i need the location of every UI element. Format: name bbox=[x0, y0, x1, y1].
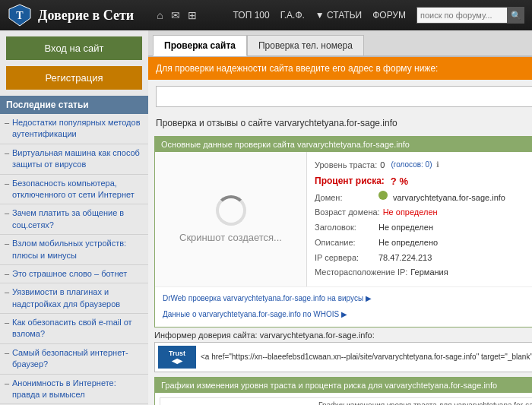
url-input-field[interactable] bbox=[156, 86, 532, 107]
sidebar-article-link[interactable]: Взлом мобильных устройств: плюсы и минус… bbox=[12, 239, 126, 259]
trust-level-value: 0 bbox=[380, 158, 385, 172]
ip-label: IP сервера: bbox=[315, 251, 375, 265]
sidebar-article-item[interactable]: Зачем платить за общение в соц.сетях? bbox=[0, 204, 148, 235]
header-value: Не определен bbox=[378, 220, 433, 235]
domain-label: Домен: bbox=[315, 191, 375, 205]
sidebar-article-item[interactable]: Безопасность компьютера, отключенного от… bbox=[0, 175, 148, 205]
search-input[interactable] bbox=[416, 7, 508, 24]
result-box-body: Скриншот создается... Уровень траста: 0 … bbox=[155, 152, 532, 286]
domain-value: varvarychtetyana.for-sage.info bbox=[393, 191, 505, 205]
tab-check-phone[interactable]: Проверка тел. номера bbox=[247, 35, 364, 55]
sidebar-article-item[interactable]: Как обезопасить свой e-mail от взлома? bbox=[0, 314, 148, 344]
header-label: Заголовок: bbox=[315, 220, 375, 235]
informer-box: Trust ◀▶ <a href="https://xn--blaeefebsd… bbox=[154, 342, 532, 372]
percent-risk-row: Процент риска: ? % bbox=[315, 173, 532, 190]
site-title: Доверие в Сети bbox=[38, 8, 134, 24]
sidebar-articles-title: Последние статьи bbox=[0, 96, 148, 114]
register-button[interactable]: Регистрация bbox=[6, 66, 142, 90]
ip-value: 78.47.224.213 bbox=[378, 251, 432, 265]
location-row: Местораcположение IP: Германия bbox=[315, 265, 532, 280]
nav-articles[interactable]: ▼ СТАТЬИ bbox=[315, 10, 362, 21]
informer-logo-text2: ◀▶ bbox=[172, 357, 182, 365]
header: Т Доверие в Сети ⌂ ✉ ⊞ ТОП 100 Г.А.Ф. ▼ … bbox=[0, 0, 532, 30]
nav-forum[interactable]: ФОРУМ bbox=[372, 10, 406, 21]
links-area: DrWeb проверка varvarychtetyana.for-sage… bbox=[155, 286, 532, 327]
informer-area: Информер доверия сайта: varvarychtetyana… bbox=[154, 331, 532, 372]
sidebar-article-link[interactable]: Анонимность в Интернете: правда и вымысе… bbox=[12, 378, 116, 399]
trust-votes[interactable]: (голосов: 0) bbox=[391, 158, 432, 172]
home-icon[interactable]: ⌂ bbox=[157, 9, 163, 21]
grid-icon[interactable]: ⊞ bbox=[188, 9, 197, 21]
graph-area: Графики изменения уровня траста и процен… bbox=[154, 377, 532, 405]
sidebar-article-link[interactable]: Самый безопасный интернет-браузер? bbox=[12, 348, 128, 369]
nav-faq[interactable]: Г.А.Ф. bbox=[280, 10, 305, 21]
screenshot-text: Скриншот создается... bbox=[179, 232, 282, 243]
sidebar-article-item[interactable]: Взлом мобильных устройств: плюсы и минус… bbox=[0, 235, 148, 265]
url-input-row: ПРОВЕРКА САЙТА bbox=[148, 80, 532, 113]
domain-row: Домен: varvarychtetyana.for-sage.info bbox=[315, 191, 532, 205]
check-icon bbox=[378, 191, 388, 200]
sidebar-article-link[interactable]: Как обезопасить свой e-mail от взлома? bbox=[12, 318, 132, 338]
percent-value: ? % bbox=[391, 173, 408, 190]
sidebar-article-item[interactable]: Виртуальная машина как способ защиты от … bbox=[0, 144, 148, 175]
drweb-link[interactable]: DrWeb проверка varvarychtetyana.for-sage… bbox=[163, 294, 372, 302]
sidebar-article-link[interactable]: Недостатки популярных методов аутентифик… bbox=[12, 118, 141, 138]
info-icon: ℹ bbox=[436, 158, 439, 172]
description-label: Описание: bbox=[315, 236, 375, 250]
location-value: Германия bbox=[410, 265, 448, 280]
graph-inner: График изменения уровня траста для varva… bbox=[160, 397, 532, 405]
informer-title: Информер доверия сайта: varvarychtetyana… bbox=[154, 331, 532, 340]
tab-check-site[interactable]: Проверка сайта bbox=[153, 35, 247, 56]
graph-header: Графики изменения уровня траста и процен… bbox=[155, 378, 532, 393]
info-panel: Уровень траста: 0 (голосов: 0) ℹ Процент… bbox=[307, 152, 532, 286]
sidebar-article-link[interactable]: Безопасность компьютера, отключенного от… bbox=[12, 179, 135, 199]
sidebar-article-link[interactable]: Зачем платить за общение в соц.сетях? bbox=[12, 208, 124, 229]
sidebar: Вход на сайт Регистрация Последние стать… bbox=[0, 30, 148, 405]
trust-level-label: Уровень траста: bbox=[315, 158, 377, 172]
nav-top100[interactable]: ТОП 100 bbox=[233, 10, 270, 21]
whois-link[interactable]: Данные о varvarychtetyana.for-sage.info … bbox=[163, 310, 347, 318]
location-label: Местораcположение IP: bbox=[315, 265, 407, 280]
sidebar-article-item[interactable]: Это страшное слово – ботнет bbox=[0, 265, 148, 283]
sidebar-article-item[interactable]: Самый безопасный интернет-браузер? bbox=[0, 344, 148, 375]
informer-logo: Trust ◀▶ bbox=[158, 346, 196, 369]
sidebar-article-link[interactable]: Это страшное слово – ботнет bbox=[12, 269, 127, 278]
percent-label: Процент риска: bbox=[315, 173, 385, 190]
sidebar-article-item[interactable]: Уязвимости в плагинах и надстройках для … bbox=[0, 283, 148, 314]
ip-row: IP сервера: 78.47.224.213 bbox=[315, 251, 532, 265]
tabs: Проверка сайта Проверка тел. номера bbox=[148, 30, 532, 57]
info-bar: Для проверки надежности сайта введите ег… bbox=[148, 57, 532, 80]
result-box-header: Основные данные проверки сайта varvarych… bbox=[155, 137, 532, 152]
result-box: Основные данные проверки сайта varvarych… bbox=[154, 136, 532, 327]
content-area: Проверка сайта Проверка тел. номера Для … bbox=[148, 30, 532, 405]
description-row: Описание: Не определено bbox=[315, 236, 532, 250]
sidebar-article-item[interactable]: Недостатки популярных методов аутентифик… bbox=[0, 114, 148, 144]
search-box: 🔍 bbox=[416, 7, 524, 24]
age-label: Возраст домена: bbox=[315, 205, 380, 220]
sidebar-article-link[interactable]: Виртуальная машина как способ защиты от … bbox=[12, 148, 140, 169]
loading-spinner bbox=[216, 195, 246, 226]
graph-inner-title: График изменения уровня траста для varva… bbox=[166, 401, 532, 405]
login-button[interactable]: Вход на сайт bbox=[6, 36, 142, 60]
informer-code[interactable]: <a href="https://xn--blaeefebsd1cwaan.xn… bbox=[201, 353, 532, 361]
mail-icon[interactable]: ✉ bbox=[171, 9, 180, 21]
logo-icon: Т bbox=[8, 3, 32, 27]
informer-logo-text1: Trust bbox=[169, 350, 185, 357]
logo-area: Т Доверие в Сети bbox=[8, 3, 134, 27]
description-value: Не определено bbox=[378, 236, 438, 250]
age-value: Не определен bbox=[383, 205, 438, 220]
search-button[interactable]: 🔍 bbox=[508, 7, 524, 24]
screenshot-area: Скриншот создается... bbox=[155, 152, 307, 286]
sidebar-article-link[interactable]: Уязвимости в плагинах и надстройках для … bbox=[12, 287, 120, 308]
sidebar-articles-list: Недостатки популярных методов аутентифик… bbox=[0, 114, 148, 404]
age-row: Возраст домена: Не определен bbox=[315, 205, 532, 220]
trust-level-row: Уровень траста: 0 (голосов: 0) ℹ bbox=[315, 158, 532, 172]
main-layout: Вход на сайт Регистрация Последние стать… bbox=[0, 30, 532, 405]
header-row: Заголовок: Не определен bbox=[315, 220, 532, 235]
result-title: Проверка и отзывы о сайте varvarychtetya… bbox=[148, 113, 532, 133]
graph-body: График изменения уровня траста для varva… bbox=[155, 393, 532, 405]
sidebar-article-item[interactable]: Анонимность в Интернете: правда и вымысе… bbox=[0, 375, 148, 405]
nav-area: ТОП 100 Г.А.Ф. ▼ СТАТЬИ ФОРУМ 🔍 bbox=[233, 7, 524, 24]
svg-text:Т: Т bbox=[16, 10, 24, 21]
